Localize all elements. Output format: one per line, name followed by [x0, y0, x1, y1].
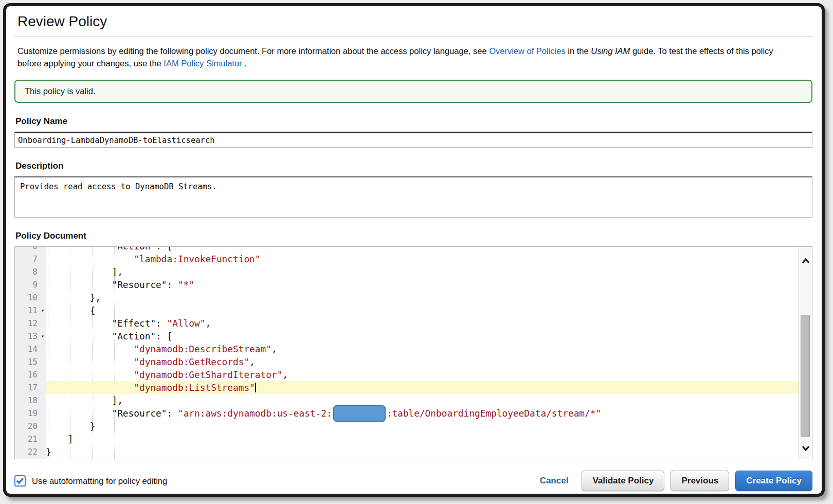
using-iam-guide-name: Using IAM: [591, 46, 630, 56]
intro-paragraph: Customize permissions by editing the fol…: [17, 45, 794, 69]
review-policy-window: Review Policy Customize permissions by e…: [3, 3, 825, 497]
code-text[interactable]: "lambda:InvokeFunction": [46, 253, 799, 265]
code-text[interactable]: "Action": [: [46, 330, 799, 343]
intro-text-2: in the: [566, 46, 591, 56]
code-text[interactable]: },: [46, 291, 799, 304]
description-label: Description: [15, 161, 813, 171]
footer-bar: Use autoformatting for policy editing Ca…: [14, 471, 812, 491]
line-number: 15: [15, 355, 46, 368]
line-number: 14: [15, 343, 46, 355]
line-number: 11▾: [15, 304, 46, 317]
code-line-12[interactable]: 12 "Effect": "Allow",: [15, 317, 799, 330]
title-divider: [14, 36, 813, 37]
fold-arrow-icon[interactable]: ▾: [41, 330, 44, 343]
autoformat-label: Use autoformatting for policy editing: [32, 476, 167, 486]
policy-document-editor[interactable]: 6▾ "Action": [7 "lambda:InvokeFunction"8…: [14, 246, 812, 459]
code-line-11[interactable]: 11▾ {: [15, 304, 799, 317]
code-line-8[interactable]: 8 ],: [15, 265, 799, 278]
line-number: 13▾: [15, 330, 46, 343]
code-line-19[interactable]: 19 "Resource": "arn:aws:dynamodb:us-east…: [15, 407, 799, 420]
code-line-6[interactable]: 6▾ "Action": [: [15, 246, 799, 253]
editor-scrollbar[interactable]: [799, 247, 812, 459]
code-text[interactable]: "dynamodb:DescribeStream",: [46, 343, 799, 355]
code-line-14[interactable]: 14 "dynamodb:DescribeStream",: [15, 343, 799, 355]
intro-text-1: Customize permissions by editing the fol…: [17, 46, 489, 56]
intro-text-4: .: [242, 59, 247, 68]
code-text[interactable]: "dynamodb:GetShardIterator",: [46, 368, 799, 381]
line-number: 19: [15, 407, 46, 420]
page-title: Review Policy: [17, 13, 813, 30]
line-number: 20: [15, 420, 46, 433]
overview-of-policies-link[interactable]: Overview of Policies: [489, 46, 566, 56]
scroll-up-icon[interactable]: [799, 253, 812, 268]
code-line-22[interactable]: 22}: [15, 445, 799, 458]
code-line-18[interactable]: 18 ],: [15, 394, 799, 407]
line-number: 6▾: [15, 246, 46, 253]
line-number: 17: [15, 381, 46, 394]
line-number: 10: [15, 291, 46, 304]
cancel-link[interactable]: Cancel: [540, 476, 569, 486]
code-line-16[interactable]: 16 "dynamodb:GetShardIterator",: [15, 368, 799, 381]
line-number: 7: [15, 253, 46, 265]
code-text[interactable]: "dynamodb:ListStreams": [46, 381, 799, 394]
policy-valid-text: This policy is valid.: [25, 86, 96, 96]
policy-editor-lines[interactable]: 6▾ "Action": [7 "lambda:InvokeFunction"8…: [15, 246, 799, 458]
policy-name-input[interactable]: [14, 132, 812, 148]
checkmark-icon: [16, 477, 24, 484]
text-cursor: [255, 383, 256, 392]
code-line-9[interactable]: 9 "Resource": "*": [15, 278, 799, 291]
code-text[interactable]: "Effect": "Allow",: [46, 317, 799, 330]
code-text[interactable]: {: [46, 304, 799, 317]
code-text[interactable]: ],: [46, 265, 799, 278]
validate-policy-button[interactable]: Validate Policy: [582, 471, 664, 491]
scrollbar-thumb[interactable]: [801, 315, 810, 437]
fold-arrow-icon[interactable]: ▾: [41, 246, 44, 253]
code-text[interactable]: "Resource": "arn:aws:dynamodb:us-east-2:…: [46, 407, 799, 420]
line-number: 16: [15, 368, 46, 381]
previous-button[interactable]: Previous: [671, 471, 729, 491]
iam-policy-simulator-link[interactable]: IAM Policy Simulator: [164, 59, 242, 68]
code-text[interactable]: "Resource": "*": [46, 278, 799, 291]
code-line-7[interactable]: 7 "lambda:InvokeFunction": [15, 253, 799, 265]
create-policy-button[interactable]: Create Policy: [735, 471, 812, 491]
code-text[interactable]: ]: [46, 433, 799, 445]
code-text[interactable]: }: [46, 445, 799, 458]
line-number: 12: [15, 317, 46, 330]
line-number: 22: [15, 445, 46, 458]
line-number: 21: [15, 433, 46, 445]
code-text[interactable]: "dynamodb:GetRecords",: [46, 355, 799, 368]
policy-document-label: Policy Document: [15, 231, 813, 241]
code-line-17[interactable]: 17 "dynamodb:ListStreams": [15, 381, 799, 394]
code-line-21[interactable]: 21 ]: [15, 433, 799, 445]
code-text[interactable]: "Action": [: [46, 246, 799, 253]
scroll-down-icon[interactable]: [799, 440, 812, 456]
code-line-15[interactable]: 15 "dynamodb:GetRecords",: [15, 355, 799, 368]
code-text[interactable]: ],: [46, 394, 799, 407]
description-textarea[interactable]: Provides read access to DynamoDB Streams…: [14, 176, 812, 218]
policy-name-label: Policy Name: [15, 116, 813, 127]
line-number: 9: [15, 278, 46, 291]
autoformat-option: Use autoformatting for policy editing: [14, 475, 167, 487]
line-number: 18: [15, 394, 46, 407]
code-line-20[interactable]: 20 }: [15, 420, 799, 433]
action-buttons: Cancel Validate Policy Previous Create P…: [540, 471, 812, 491]
code-line-13[interactable]: 13▾ "Action": [: [15, 330, 799, 343]
code-text[interactable]: }: [46, 420, 799, 433]
policy-valid-banner: This policy is valid.: [14, 80, 812, 103]
code-line-10[interactable]: 10 },: [15, 291, 799, 304]
autoformat-checkbox[interactable]: [14, 475, 26, 487]
fold-arrow-icon[interactable]: ▾: [41, 304, 44, 317]
line-number: 8: [15, 265, 46, 278]
